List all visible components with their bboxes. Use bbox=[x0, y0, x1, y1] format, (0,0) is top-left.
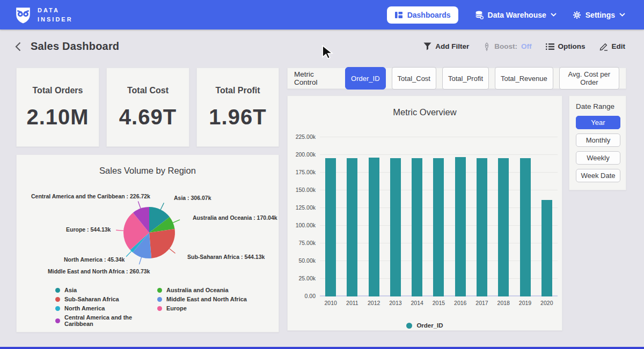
bar-2013[interactable] bbox=[390, 158, 401, 296]
back-button[interactable] bbox=[15, 42, 21, 51]
data-warehouse-label: Data Warehouse bbox=[488, 11, 546, 19]
bar-2016[interactable] bbox=[455, 157, 466, 296]
pie-callout-line bbox=[160, 203, 164, 210]
legend-item-sub-saharan-africa: Sub-Saharan Africa bbox=[55, 296, 147, 302]
kpi-label: Total Profit bbox=[215, 86, 260, 95]
edit-label: Edit bbox=[612, 42, 626, 50]
y-axis-tick: 100.00k bbox=[289, 222, 316, 228]
kpi-label: Total Cost bbox=[127, 86, 169, 95]
pie-chart-legend: AsiaSub-Saharan AfricaNorth AmericaCentr… bbox=[55, 287, 247, 327]
brand-line2: INSIDER bbox=[38, 15, 73, 24]
x-axis-tick: 2017 bbox=[471, 300, 493, 307]
bar-plot: 225.00k200.00k175.00k150.00k125.00k100.0… bbox=[320, 137, 558, 296]
pie-label-north-america: North America : 45.34k bbox=[64, 256, 125, 263]
sales-volume-card: Sales Volume by Region Asia : 306.07k Au… bbox=[16, 154, 279, 332]
bar-slot bbox=[341, 137, 363, 296]
y-axis-tick: 50.00k bbox=[289, 257, 316, 264]
settings-menu[interactable]: Settings bbox=[573, 11, 625, 19]
bar-2018[interactable] bbox=[498, 158, 509, 296]
bar-2020[interactable] bbox=[541, 200, 552, 296]
legend-dot bbox=[406, 323, 412, 329]
pie-label-europe: Europe : 544.13k bbox=[66, 226, 111, 233]
boost-label: Boost: bbox=[494, 42, 517, 50]
edit-pencil-icon bbox=[599, 42, 608, 51]
x-axis-tick: 2013 bbox=[385, 300, 406, 307]
metric-button-total-revenue[interactable]: Total_Revenue bbox=[495, 67, 553, 90]
metric-button-total-profit[interactable]: Total_Profit bbox=[442, 67, 489, 90]
bar-chart-title: Metric Overview bbox=[288, 107, 562, 117]
pie-callout-line bbox=[138, 202, 141, 209]
bar-2011[interactable] bbox=[347, 158, 357, 296]
legend-dot bbox=[157, 306, 162, 311]
kpi-value: 1.96T bbox=[209, 105, 266, 129]
legend-item-north-america: North America bbox=[55, 305, 147, 311]
kpi-card-total-orders: Total Orders 2.10M bbox=[16, 68, 99, 147]
filter-funnel-icon bbox=[423, 42, 431, 50]
chevron-down-icon bbox=[619, 13, 625, 17]
pie-callout-line bbox=[173, 220, 180, 222]
bar-2010[interactable] bbox=[325, 158, 336, 296]
owl-logo-icon bbox=[15, 6, 31, 24]
pie-label-middle-east-north-africa: Middle East and North Africa : 260.73k bbox=[48, 268, 150, 274]
bar-2017[interactable] bbox=[477, 158, 487, 296]
bars-container bbox=[320, 137, 558, 296]
x-axis-tick: 2014 bbox=[406, 300, 428, 307]
pie-callout-line bbox=[139, 257, 141, 264]
pie-slice-sub-saharan-africa[interactable] bbox=[149, 229, 175, 258]
options-list-icon bbox=[546, 43, 554, 50]
date-button-week-date[interactable]: Week Date bbox=[576, 169, 620, 182]
bar-2014[interactable] bbox=[412, 158, 422, 296]
pie-callout-line bbox=[170, 249, 175, 254]
legend-label: Asia bbox=[64, 287, 77, 293]
pie-callout-line bbox=[126, 251, 131, 257]
bottom-strip bbox=[0, 347, 644, 349]
x-axis-tick: 2015 bbox=[428, 300, 449, 307]
bar-2019[interactable] bbox=[520, 158, 531, 296]
y-axis-tick: 175.00k bbox=[289, 169, 316, 175]
metric-button-order-id[interactable]: Order_ID bbox=[345, 67, 385, 90]
date-button-year[interactable]: Year bbox=[576, 116, 620, 129]
metric-button-avg-cost-per-order[interactable]: Avg. Cost per Order bbox=[559, 67, 619, 90]
legend-label: Middle East and North Africa bbox=[166, 296, 247, 302]
kpi-card-total-profit: Total Profit 1.96T bbox=[196, 68, 279, 147]
add-filter-button[interactable]: Add Filter bbox=[423, 42, 469, 50]
kpi-value: 2.10M bbox=[26, 105, 89, 129]
legend-dot bbox=[55, 306, 60, 311]
dashboards-button[interactable]: Dashboards bbox=[387, 6, 458, 24]
metric-button-total-cost[interactable]: Total_Cost bbox=[392, 67, 436, 90]
bar-slot bbox=[363, 137, 385, 296]
pie-label-asia: Asia : 306.07k bbox=[174, 195, 211, 201]
page-title: Sales Dashboard bbox=[31, 40, 119, 53]
kpi-value: 4.69T bbox=[119, 105, 177, 129]
boost-state: Off bbox=[521, 42, 532, 50]
date-range-panel: Date Range YearMonthlyWeeklyWeek Date bbox=[569, 95, 626, 190]
legend-item-asia: Asia bbox=[55, 287, 147, 293]
legend-dot bbox=[55, 288, 60, 293]
chevron-down-icon bbox=[551, 13, 557, 17]
bar-chart-legend: Order_ID bbox=[288, 322, 562, 329]
x-axis-tick: 2010 bbox=[320, 300, 341, 307]
bar-2012[interactable] bbox=[369, 158, 379, 297]
settings-label: Settings bbox=[586, 11, 615, 19]
top-nav: DATA INSIDER Dashboards Data Warehouse bbox=[0, 0, 644, 29]
dashboard-toolbar: Sales Dashboard Add Filter Boost: Off bbox=[0, 29, 644, 63]
legend-label: North America bbox=[64, 305, 105, 311]
legend-label: Order_ID bbox=[416, 322, 443, 329]
date-button-weekly[interactable]: Weekly bbox=[576, 151, 620, 165]
options-button[interactable]: Options bbox=[546, 42, 586, 50]
bar-2015[interactable] bbox=[433, 158, 444, 296]
edit-button[interactable]: Edit bbox=[599, 42, 626, 51]
x-axis-tick: 2016 bbox=[450, 300, 471, 307]
x-axis-tick: 2019 bbox=[514, 300, 536, 307]
date-button-monthly[interactable]: Monthly bbox=[576, 133, 620, 147]
bar-slot bbox=[450, 137, 471, 296]
dashboards-label: Dashboards bbox=[407, 11, 451, 19]
legend-item-middle-east-and-north-africa: Middle East and North Africa bbox=[157, 296, 247, 302]
options-label: Options bbox=[558, 42, 586, 50]
date-range-label: Date Range bbox=[576, 102, 619, 110]
data-warehouse-menu[interactable]: Data Warehouse bbox=[474, 10, 557, 19]
legend-item-central-america-and-the-caribbean: Central America and the Caribbean bbox=[55, 314, 147, 327]
legend-item-europe: Europe bbox=[157, 305, 247, 311]
boost-toggle[interactable]: Boost: Off bbox=[483, 42, 531, 51]
metric-control-label: Metric Control bbox=[294, 70, 337, 86]
